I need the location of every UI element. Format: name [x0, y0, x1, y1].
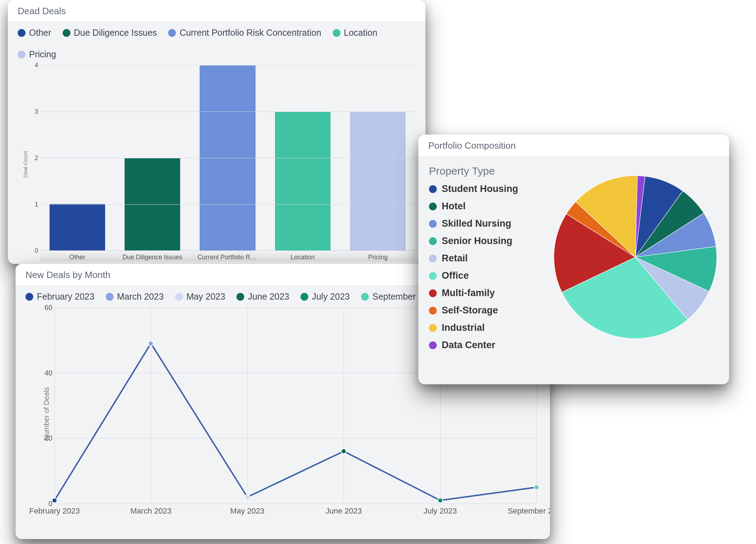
legend-swatch-icon	[106, 293, 114, 301]
legend-label: Location	[344, 28, 378, 38]
portfolio-subtitle: Property Type	[429, 165, 546, 177]
legend-item[interactable]: Due Diligence Issues	[63, 28, 157, 38]
y-tick: 2	[30, 154, 38, 162]
x-category-label: Current Portfolio Risk Co...	[197, 254, 258, 261]
y-tick: 4	[30, 62, 38, 69]
legend-swatch-icon	[429, 255, 437, 262]
legend-swatch-icon	[18, 29, 25, 37]
legend-item[interactable]: May 2023	[175, 291, 225, 302]
legend-label: February 2023	[37, 291, 94, 302]
legend-label: Current Portfolio Risk Concentration	[179, 28, 321, 38]
data-point[interactable]	[148, 341, 154, 346]
y-tick: 0	[30, 247, 38, 255]
y-tick: 20	[40, 434, 52, 442]
dead-deals-legend: OtherDue Diligence IssuesCurrent Portfol…	[8, 22, 425, 62]
legend-item[interactable]: February 2023	[25, 291, 94, 302]
legend-label: Other	[29, 28, 51, 38]
legend-item[interactable]: Location	[333, 28, 378, 38]
legend-item[interactable]: July 2023	[300, 291, 350, 302]
property-type-item[interactable]: Retail	[429, 253, 546, 264]
property-type-label: Industrial	[442, 322, 485, 333]
property-type-item[interactable]: Hotel	[429, 201, 546, 212]
legend-item[interactable]: March 2023	[106, 291, 164, 302]
property-type-item[interactable]: Data Center	[429, 340, 546, 351]
property-type-item[interactable]: Office	[429, 270, 546, 281]
property-type-item[interactable]: Self-Storage	[429, 305, 546, 316]
legend-label: June 2023	[248, 291, 289, 302]
dead-deals-card: Dead Deals OtherDue Diligence IssuesCurr…	[8, 0, 425, 264]
y-tick: 60	[40, 304, 52, 312]
legend-item[interactable]: Pricing	[18, 49, 56, 60]
property-type-item[interactable]: Skilled Nursing	[429, 218, 546, 229]
legend-item[interactable]: Current Portfolio Risk Concentration	[168, 28, 321, 38]
legend-swatch-icon	[25, 293, 33, 301]
x-tick: July 2023	[424, 506, 457, 516]
x-tick: June 2023	[326, 506, 362, 516]
legend-label: Due Diligence Issues	[74, 28, 157, 38]
legend-swatch-icon	[429, 237, 437, 245]
property-type-label: Student Housing	[442, 183, 518, 194]
property-type-item[interactable]: Student Housing	[429, 183, 546, 194]
property-type-label: Retail	[442, 253, 468, 264]
bar[interactable]	[350, 112, 406, 250]
data-point[interactable]	[437, 498, 443, 503]
legend-label: March 2023	[117, 291, 164, 302]
legend-swatch-icon	[168, 29, 176, 37]
data-point[interactable]	[534, 484, 539, 490]
legend-swatch-icon	[333, 29, 340, 37]
legend-swatch-icon	[429, 289, 437, 297]
data-point[interactable]	[245, 494, 250, 500]
dead-deals-title: Dead Deals	[18, 6, 416, 17]
bar[interactable]	[275, 112, 331, 250]
legend-label: Pricing	[29, 49, 56, 60]
legend-label: May 2023	[187, 291, 225, 302]
bar[interactable]	[50, 204, 105, 250]
dead-deals-ylabel: Deal Count	[22, 151, 28, 177]
property-type-legend: Student HousingHotelSkilled NursingSenio…	[429, 183, 546, 351]
dead-deals-chart: Deal Count OtherDue Diligence IssuesCurr…	[29, 65, 416, 264]
legend-swatch-icon	[429, 272, 437, 280]
y-tick: 3	[30, 108, 38, 115]
legend-label: July 2023	[312, 291, 350, 302]
legend-swatch-icon	[300, 293, 308, 301]
x-tick: May 2023	[230, 506, 264, 516]
portfolio-card: Portfolio Composition Property Type Stud…	[418, 135, 729, 384]
x-tick: September 2023	[508, 506, 550, 516]
property-type-label: Senior Housing	[442, 236, 512, 246]
property-type-item[interactable]: Senior Housing	[429, 236, 546, 246]
property-type-item[interactable]: Multi-family	[429, 288, 546, 299]
legend-swatch-icon	[429, 185, 437, 193]
legend-swatch-icon	[175, 293, 183, 301]
property-type-label: Self-Storage	[442, 305, 498, 316]
legend-swatch-icon	[429, 324, 437, 332]
x-category-label: Pricing	[368, 254, 388, 261]
property-type-label: Office	[442, 270, 469, 281]
legend-swatch-icon	[63, 29, 70, 37]
legend-item[interactable]: June 2023	[236, 291, 289, 302]
legend-swatch-icon	[236, 293, 244, 301]
property-type-label: Multi-family	[442, 288, 495, 299]
legend-swatch-icon	[361, 293, 369, 301]
property-type-item[interactable]: Industrial	[429, 322, 546, 333]
x-category-label: Other	[69, 254, 85, 261]
property-type-label: Hotel	[442, 201, 466, 212]
property-type-label: Data Center	[442, 340, 496, 351]
portfolio-pie	[552, 165, 718, 349]
legend-swatch-icon	[429, 203, 437, 210]
x-tick: March 2023	[130, 506, 171, 516]
portfolio-header: Portfolio Composition	[418, 135, 729, 157]
x-category-label: Location	[291, 254, 315, 261]
legend-swatch-icon	[429, 307, 437, 314]
property-type-label: Skilled Nursing	[442, 218, 511, 229]
dead-deals-header: Dead Deals	[8, 0, 425, 22]
portfolio-title: Portfolio Composition	[428, 140, 719, 151]
legend-item[interactable]: Other	[18, 28, 51, 38]
legend-swatch-icon	[429, 220, 437, 228]
y-tick: 40	[40, 369, 52, 377]
y-tick: 1	[30, 201, 38, 208]
data-point[interactable]	[52, 498, 57, 503]
x-category-label: Due Diligence Issues	[122, 254, 182, 261]
legend-swatch-icon	[18, 51, 25, 58]
legend-swatch-icon	[429, 341, 437, 349]
new-deals-ylabel: Number of Deals	[42, 387, 51, 440]
